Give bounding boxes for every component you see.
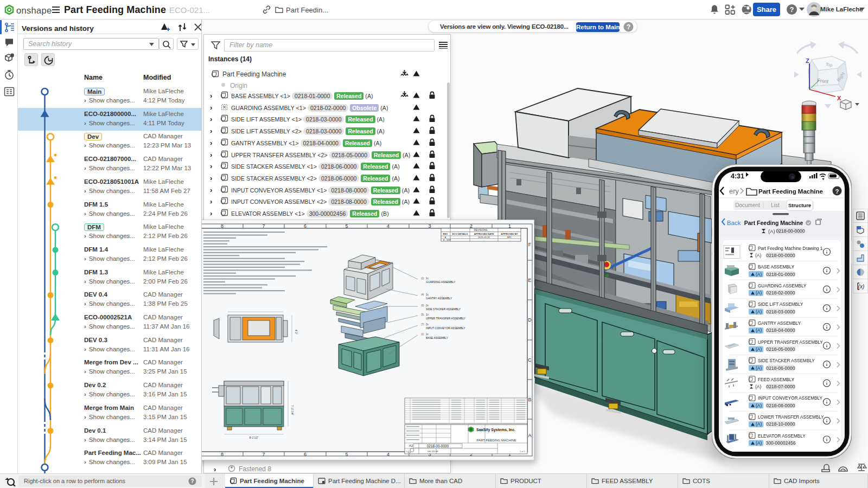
svg-text:6: 6 [304,223,307,229]
svg-text:(2): (2) [421,277,424,280]
svg-text:0218-03-0000: 0218-03-0000 [767,309,795,314]
svg-text:Back: Back [727,220,741,226]
svg-text:(A): (A) [756,421,762,427]
svg-text:7: 7 [262,452,265,457]
svg-text:D: D [528,317,532,323]
svg-text:INPUT CONVEYOR ASSEMBLY: INPUT CONVEYOR ASSEMBLY [426,326,465,330]
svg-text:0218-08-0000: 0218-08-0000 [767,403,795,408]
svg-text:0218-00-0000: 0218-00-0000 [767,253,795,258]
svg-text:REV: REV [443,233,448,235]
svg-text:(A): (A) [756,440,762,446]
svg-text:5: 5 [345,223,348,229]
svg-text:(5): (5) [421,313,424,316]
svg-text:(A): (A) [756,309,762,314]
svg-text:Structure: Structure [788,202,811,208]
svg-text:ery: ery [729,187,739,195]
svg-text:0218-06-0000: 0218-06-0000 [767,365,795,371]
svg-text:BASE ASSEMBLY: BASE ASSEMBLY [426,336,449,339]
svg-text:(A): (A) [755,384,762,389]
svg-text:1: 1 [508,223,511,229]
svg-text:0218-05-0000: 0218-05-0000 [767,346,795,352]
svg-text:GANTRY ASSEMBLY: GANTRY ASSEMBLY [426,297,452,300]
svg-text:(A): (A) [756,328,762,333]
svg-text:0218-00-0000: 0218-00-0000 [427,444,449,448]
svg-text:(1): (1) [421,333,424,336]
svg-text:REVISIONS: REVISIONS [474,229,488,232]
svg-text:(A): (A) [768,228,775,234]
svg-text:GUARDING ASSEMBLY: GUARDING ASSEMBLY [758,284,807,288]
svg-text:SIDE STACKER ASSEMBLY: SIDE STACKER ASSEMBLY [758,358,815,363]
svg-text:1x: 1x [426,313,429,316]
svg-text:4:31: 4:31 [731,172,744,180]
svg-text:5: 5 [345,452,348,457]
svg-text:(A): (A) [756,365,762,371]
svg-text:4: 4 [387,223,390,229]
svg-text:LOWER TRANSFER ASSEMBLY: LOWER TRANSFER ASSEMBLY [758,415,824,420]
svg-text:?: ? [190,478,194,484]
svg-text:4'-2": 4'-2" [295,330,297,335]
svg-text:0218-07-0000: 0218-07-0000 [767,384,795,389]
svg-text:INPUT CONVEYOR ASSEMBLY: INPUT CONVEYOR ASSEMBLY [758,396,822,401]
svg-text:1x: 1x [426,333,429,336]
svg-text:B: B [528,397,531,402]
svg-text:6: 6 [304,452,307,457]
svg-text:E: E [528,278,531,283]
svg-text:Z: Z [806,57,809,64]
svg-text:(A): (A) [756,346,762,352]
svg-text:1x: 1x [426,277,429,280]
svg-text:300-00002456: 300-00002456 [766,440,796,446]
svg-text:0218-04-0000: 0218-04-0000 [767,328,795,333]
svg-text:0218-02-0000: 0218-02-0000 [767,290,795,296]
svg-text:(7): (7) [421,323,424,326]
svg-text:Document: Document [735,202,760,208]
svg-text:A: A [528,433,531,438]
svg-text:A2: A2 [409,444,413,447]
svg-text:Part Feeding Machine Drawing 1: Part Feeding Machine Drawing 1 [758,246,823,251]
svg-text:List: List [771,202,780,208]
svg-text:Top: Top [825,62,833,68]
svg-text:(4): (4) [421,293,424,296]
svg-text:SIDE STACKER ASSEMBLY: SIDE STACKER ASSEMBLY [426,307,461,311]
svg-text:Part Feeding Machine: Part Feeding Machine [744,220,803,226]
svg-text:(A): (A) [755,253,762,258]
svg-text:3: 3 [428,223,431,229]
svg-text:onshape: onshape [16,5,52,15]
svg-text:?: ? [627,23,631,31]
svg-text:8: 8 [221,223,224,229]
svg-text:1 of 1: 1 of 1 [520,450,526,453]
svg-text:0218-10-0000: 0218-10-0000 [767,421,795,427]
svg-text:(6): (6) [421,304,424,307]
svg-text:8: 8 [221,452,224,457]
svg-text:4: 4 [387,452,390,457]
svg-text:(x): (x) [858,284,865,290]
svg-text:SaaSify Systems, Inc.: SaaSify Systems, Inc. [476,428,515,432]
svg-text:7: 7 [262,223,265,229]
svg-text:?: ? [11,54,14,57]
svg-text:7'-10 3/4": 7'-10 3/4" [291,405,293,415]
svg-text:2: 2 [470,223,473,229]
svg-text:F: F [528,242,532,247]
svg-text:GANTRY ASSEMBLY: GANTRY ASSEMBLY [758,321,801,326]
svg-text:(A): (A) [756,403,762,408]
svg-text:?: ? [790,5,794,14]
svg-text:FEED ASSEMBLY: FEED ASSEMBLY [758,377,795,382]
svg-text:?: ? [835,188,839,195]
svg-text:(A): (A) [756,272,762,277]
svg-text:2x: 2x [426,304,429,307]
svg-text:0218-01-0000: 0218-01-0000 [767,272,795,277]
svg-text:BASE ASSEMBLY: BASE ASSEMBLY [758,265,795,269]
svg-text:ECO DETAILS: ECO DETAILS [452,233,468,235]
svg-text:APPROVED BY: APPROVED BY [501,233,518,235]
svg-text:2x: 2x [426,323,429,326]
svg-text:ELEVATOR ASSEMBLY: ELEVATOR ASSEMBLY [758,434,806,439]
svg-text:C: C [528,357,532,363]
svg-text:B - WIP: B - WIP [443,239,451,241]
svg-text:1x: 1x [426,293,429,296]
svg-text:APPROVED DATE: APPROVED DATE [474,233,494,235]
svg-text:X: X [837,95,841,101]
svg-text:PART FEEDING MACHINE: PART FEEDING MACHINE [476,439,516,442]
svg-text:Part Feeding Machine: Part Feeding Machine [758,188,823,195]
svg-text:NELSN HE: NELSN HE [427,450,438,453]
svg-text:SIDE LIFT ASSEMBLY: SIDE LIFT ASSEMBLY [758,302,803,307]
svg-text:UPPER TRANSFER ASSEMBLY: UPPER TRANSFER ASSEMBLY [758,340,823,345]
